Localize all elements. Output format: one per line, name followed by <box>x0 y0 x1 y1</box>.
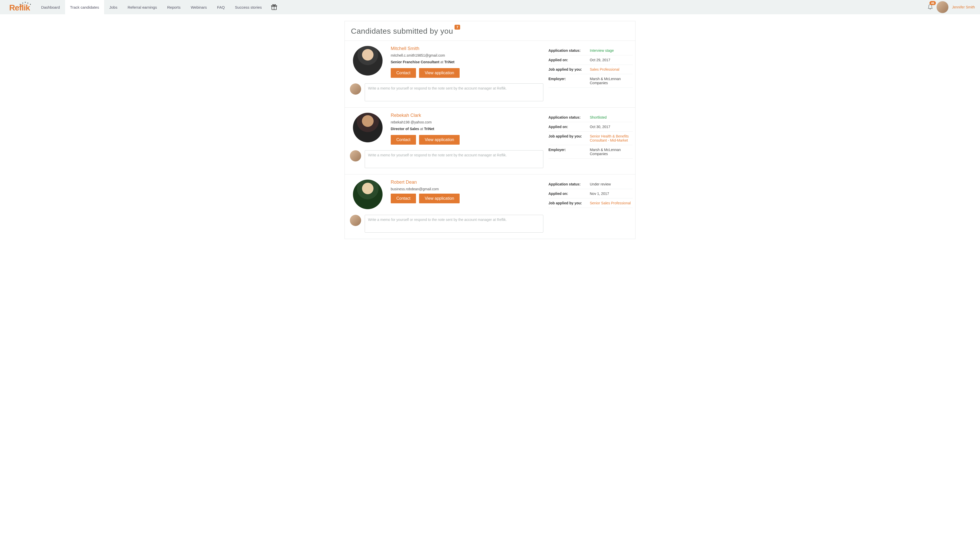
nav-jobs[interactable]: Jobs <box>104 0 123 14</box>
employer-label: Employer: <box>549 77 587 85</box>
candidate-count-badge: 7 <box>455 25 460 30</box>
notification-count-badge: 46 <box>929 1 935 5</box>
candidate-name[interactable]: Mitchell Smith <box>391 46 543 51</box>
applied-on-label: Applied on: <box>549 58 587 62</box>
nav-faq[interactable]: FAQ <box>212 0 230 14</box>
candidates-panel: Candidates submitted by you 7 Mitchell S… <box>345 21 635 239</box>
status-value: Shortlisted <box>590 115 633 119</box>
nav-success-stories[interactable]: Success stories <box>230 0 267 14</box>
applied-on-label: Applied on: <box>549 192 587 196</box>
candidate-info: Application status: Interview stage Appl… <box>549 46 633 101</box>
candidate-photo[interactable] <box>353 113 383 142</box>
status-value: Under review <box>590 182 633 186</box>
job-applied-label: Job applied by you: <box>549 134 587 142</box>
nav-track-candidates[interactable]: Track candidates <box>65 0 104 14</box>
user-avatar[interactable] <box>936 1 948 13</box>
view-application-button[interactable]: View application <box>419 135 460 144</box>
page-header: Candidates submitted by you 7 <box>345 21 635 41</box>
candidate-role: Director of Sales at TriNet <box>391 127 543 131</box>
status-value: Interview stage <box>590 48 633 52</box>
memo-row <box>350 215 543 233</box>
candidate-card: Robert Dean business.robdean@gmail.com C… <box>345 175 635 239</box>
status-label: Application status: <box>549 115 587 119</box>
user-name-link[interactable]: Jennifer Smith <box>952 5 975 9</box>
memo-user-avatar <box>350 83 361 95</box>
job-applied-link[interactable]: Sales Professional <box>590 67 633 71</box>
primary-nav: Dashboard Track candidates Jobs Referral… <box>36 0 267 14</box>
memo-row <box>350 150 543 168</box>
memo-row <box>350 83 543 101</box>
notifications-button[interactable]: 46 <box>928 4 933 11</box>
candidate-email: rebekah198 @yahoo.com <box>391 120 543 124</box>
candidate-email: mitchell.c.smith19851@gmail.com <box>391 53 543 57</box>
view-application-button[interactable]: View application <box>419 68 460 78</box>
status-label: Application status: <box>549 182 587 186</box>
contact-button[interactable]: Contact <box>391 194 416 203</box>
job-applied-label: Job applied by you: <box>549 67 587 71</box>
candidate-info: Application status: Under review Applied… <box>549 179 633 233</box>
applied-on-value: Nov 1, 2017 <box>590 192 633 196</box>
candidate-name[interactable]: Rebekah Clark <box>391 113 543 118</box>
view-application-button[interactable]: View application <box>419 194 460 203</box>
candidate-card: Rebekah Clark rebekah198 @yahoo.com Dire… <box>345 108 635 175</box>
status-label: Application status: <box>549 48 587 52</box>
candidate-email: business.robdean@gmail.com <box>391 187 543 191</box>
memo-user-avatar <box>350 150 361 162</box>
employer-value: Marsh & McLennan Companies <box>590 77 633 85</box>
contact-button[interactable]: Contact <box>391 135 416 144</box>
top-nav: Reflik Dashboard Track candidates Jobs R… <box>0 0 980 14</box>
candidate-info: Application status: Shortlisted Applied … <box>549 113 633 168</box>
job-applied-link[interactable]: Senior Sales Professional <box>590 201 633 205</box>
candidate-photo[interactable] <box>353 179 383 209</box>
memo-input[interactable] <box>365 150 543 168</box>
memo-user-avatar <box>350 215 361 226</box>
candidate-name[interactable]: Robert Dean <box>391 179 543 185</box>
contact-button[interactable]: Contact <box>391 68 416 78</box>
applied-on-value: Oct 30, 2017 <box>590 125 633 129</box>
applied-on-label: Applied on: <box>549 125 587 129</box>
job-applied-label: Job applied by you: <box>549 201 587 205</box>
candidate-role: Senior Franchise Consultant at TriNet <box>391 60 543 64</box>
page-title: Candidates submitted by you <box>351 27 453 35</box>
nav-reports[interactable]: Reports <box>162 0 186 14</box>
memo-input[interactable] <box>365 83 543 101</box>
memo-input[interactable] <box>365 215 543 233</box>
gift-icon[interactable] <box>271 4 277 11</box>
employer-label: Employer: <box>549 148 587 156</box>
candidate-card: Mitchell Smith mitchell.c.smith19851@gma… <box>345 41 635 108</box>
brand-dots-icon <box>18 2 31 5</box>
nav-webinars[interactable]: Webinars <box>186 0 212 14</box>
user-area: 46 Jennifer Smith <box>928 1 975 13</box>
brand-logo[interactable]: Reflik <box>9 2 31 13</box>
nav-referral-earnings[interactable]: Referral earnings <box>123 0 162 14</box>
candidate-photo[interactable] <box>353 46 383 76</box>
employer-value: Marsh & McLennan Companies <box>590 148 633 156</box>
nav-dashboard[interactable]: Dashboard <box>36 0 65 14</box>
job-applied-link[interactable]: Senior Health & Benefits Consultant - Mi… <box>590 134 633 142</box>
applied-on-value: Oct 29, 2017 <box>590 58 633 62</box>
